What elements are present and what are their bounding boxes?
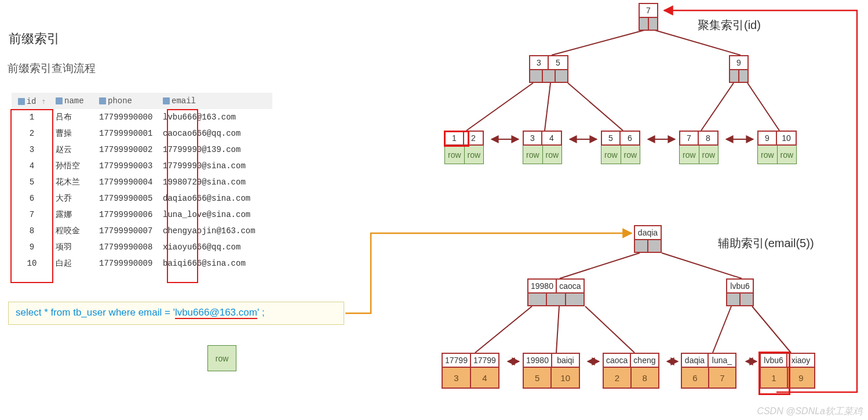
key-cell: 5 (549, 55, 568, 70)
svg-line-17 (752, 306, 791, 353)
svg-line-14 (556, 306, 559, 353)
secondary-mid-0: 19980caoca (527, 278, 585, 306)
row-cell: row (699, 146, 719, 164)
clustered-mid-0: 35 (529, 55, 568, 83)
svg-line-4 (568, 83, 623, 131)
pointer-cell (527, 294, 547, 306)
row-cell: row (778, 146, 797, 164)
key-cell: 10 (777, 131, 797, 146)
key-cell: luna_ (709, 353, 736, 368)
table-row: 3赵云1779999000217799990@139.com (12, 142, 272, 158)
row-cell: row (465, 146, 484, 164)
svg-line-15 (585, 306, 634, 353)
id-cell: 7 (709, 368, 736, 389)
sql-query: select * from tb_user where email = 'lvb… (8, 302, 344, 325)
row-cell: row (601, 146, 621, 164)
clustered-leaf-4: 910rowrow (757, 131, 797, 164)
key-cell: daqia (681, 353, 709, 368)
key-cell: 9 (757, 131, 777, 146)
secondary-leaf-1: 19980baiqi510 (523, 353, 580, 389)
pointer-cell (543, 70, 556, 83)
svg-line-13 (475, 306, 532, 353)
sql-text-highlight: lvbu666@163.com (175, 307, 257, 319)
id-cell: 1 (760, 368, 788, 389)
table-row: 6大乔17799990005daqiao666@sina.com (12, 190, 272, 207)
key-cell: 7 (639, 3, 658, 18)
subtitle: 前缀索引查询流程 (8, 61, 96, 76)
row-cell: row (757, 146, 778, 164)
pointer-cell (648, 240, 662, 253)
key-cell: cheng (631, 353, 659, 368)
key-cell: 19980 (527, 278, 557, 294)
id-cell: 9 (788, 368, 815, 389)
clustered-leaf-0: 12rowrow (444, 131, 484, 164)
row-cell: row (679, 146, 699, 164)
column-icon (18, 98, 25, 105)
clustered-root: 7 (639, 3, 658, 31)
svg-line-16 (713, 306, 731, 353)
key-cell: 9 (729, 55, 749, 70)
key-cell: caoca (557, 278, 585, 294)
key-cell: 3 (529, 55, 549, 70)
key-cell: 17799 (442, 353, 471, 368)
secondary-leaf-4: lvbu6xiaoy19 (760, 353, 815, 389)
key-cell: 17799 (471, 353, 499, 368)
row-cell: row (444, 146, 465, 164)
svg-line-3 (545, 83, 550, 131)
key-cell: 7 (679, 131, 699, 146)
user-table: id ⇡ name phone email 1吕布17799990000lvbu… (12, 93, 272, 271)
secondary-leaf-0: 177991779934 (442, 353, 499, 389)
id-cell: 8 (632, 368, 659, 389)
secondary-index-label: 辅助索引(email(5)) (718, 236, 814, 251)
key-cell: baiqi (552, 353, 580, 368)
svg-line-11 (560, 253, 640, 278)
id-cell: 6 (681, 368, 709, 389)
key-cell: 5 (601, 131, 621, 146)
pointer-cell (556, 70, 568, 83)
id-cell: 10 (552, 368, 579, 389)
svg-line-6 (747, 83, 779, 131)
key-cell: 8 (699, 131, 719, 146)
row-legend: row (207, 345, 236, 371)
column-icon (56, 97, 63, 104)
svg-line-5 (701, 83, 734, 131)
id-cell: 2 (603, 368, 632, 389)
pointer-cell (566, 294, 585, 306)
pointer-cell (639, 18, 649, 31)
watermark: CSDN @SDNLa软工菜鸡 (757, 405, 862, 418)
svg-line-1 (655, 30, 741, 55)
svg-line-12 (662, 253, 742, 278)
column-icon (163, 97, 170, 104)
id-cell: 3 (442, 368, 471, 389)
key-cell: daqia (634, 225, 662, 240)
pointer-cell (634, 240, 648, 253)
key-cell: lvbu6 (760, 353, 787, 368)
id-cell: 4 (471, 368, 499, 389)
table-header: id ⇡ name phone email (12, 93, 272, 109)
pointer-cell (547, 294, 566, 306)
key-cell: 1 (444, 131, 464, 146)
key-cell: caoca (603, 353, 631, 368)
table-row: 5花木兰1779999000419980729@sina.com (12, 174, 272, 190)
table-row: 4孙悟空1779999000317799990@sina.com (12, 158, 272, 174)
pointer-cell (741, 294, 754, 306)
secondary-leaf-3: daqialuna_67 (681, 353, 736, 389)
clustered-leaf-3: 78rowrow (679, 131, 719, 164)
row-cell: row (543, 146, 563, 164)
pointer-cell (729, 70, 739, 83)
clustered-leaf-2: 56rowrow (601, 131, 640, 164)
key-cell: 2 (464, 131, 484, 146)
pointer-cell (529, 70, 543, 83)
pointer-cell (649, 18, 658, 31)
row-cell: row (523, 146, 543, 164)
key-cell: 6 (621, 131, 640, 146)
secondary-leaf-2: caocacheng28 (603, 353, 659, 389)
secondary-root: daqia (634, 225, 662, 253)
svg-line-0 (552, 30, 644, 55)
pointer-cell (739, 70, 749, 83)
sql-text-pre: select * from tb_user where email = ' (16, 307, 175, 318)
sql-text-post: ' ; (257, 307, 265, 318)
pointer-cell (726, 294, 741, 306)
table-row: 1吕布17799990000lvbu666@163.com (12, 109, 272, 125)
table-row: 9项羽17799990008xiaoyu666@qq.com (12, 239, 272, 255)
